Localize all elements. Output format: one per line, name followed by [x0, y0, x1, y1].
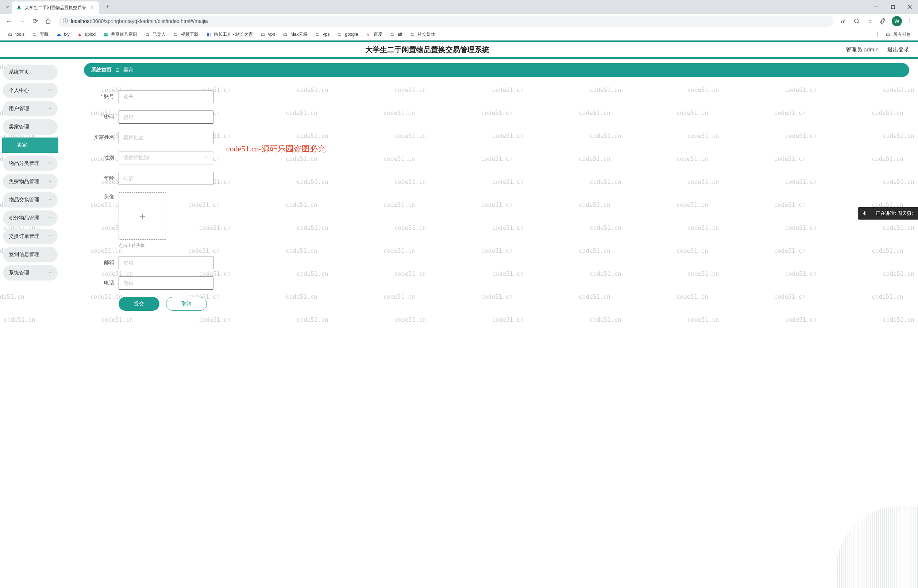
bookmark-txy[interactable]: ☁txy	[53, 30, 72, 39]
app-header: 大学生二手闲置物品置换交易管理系统 管理员 admin 退出登录	[0, 40, 918, 59]
main-content: 系统首页 ☰ 卖家 code51.cn-源码乐园盗图必究 *账号 *密码 卖家姓…	[58, 59, 918, 587]
sidebar-subitem-seller[interactable]: 卖家	[2, 137, 58, 153]
tab-bar: 大学生二手闲置物品置换交易管 × +	[0, 0, 918, 14]
mic-icon	[861, 210, 868, 216]
forward-button[interactable]: →	[16, 15, 28, 27]
submit-button[interactable]: 提交	[119, 297, 160, 311]
chevron-down-icon: ﹀	[48, 270, 53, 276]
voice-indicator[interactable]: 正在讲话: 周天勇;	[858, 207, 918, 220]
chevron-down-icon: ﹀	[48, 106, 53, 112]
sidebar-item-personal[interactable]: 个人中心﹀	[3, 83, 58, 98]
bookmark-uplod[interactable]: ▲uplod	[74, 30, 99, 39]
bookmark-baozang[interactable]: 🗀宝藏	[29, 30, 52, 39]
chevron-down-icon: ﹀	[48, 233, 53, 240]
user-area: 管理员 admin 退出登录	[846, 46, 909, 53]
sidebar-item-system[interactable]: 系统管理﹀	[3, 265, 58, 281]
svg-rect-1	[891, 5, 895, 9]
bookmark-imported[interactable]: 🗀已导入	[142, 30, 168, 39]
bookmark-star-icon[interactable]: ☆	[864, 15, 876, 27]
tab-close-icon[interactable]: ×	[89, 5, 95, 11]
label-avatar: 头像	[84, 192, 119, 200]
input-seller-name[interactable]	[119, 131, 213, 144]
app-root: code51.cncode51.cncode51.cncode51.cncode…	[0, 40, 918, 587]
sidebar-item-users[interactable]: 用户管理﹀	[3, 101, 58, 116]
reload-button[interactable]: ⟳	[29, 15, 41, 27]
chevron-down-icon: ﹀	[204, 155, 209, 161]
bookmark-google[interactable]: 🗀google	[334, 30, 361, 39]
bookmark-maxyunti[interactable]: 🗀Max云梯	[280, 30, 310, 39]
breadcrumb: 系统首页 ☰ 卖家	[84, 63, 909, 77]
bookmark-tools[interactable]: 🗀tools	[4, 30, 27, 39]
bookmark-shared-pwd[interactable]: ▦共享账号密码	[100, 30, 140, 39]
site-info-icon[interactable]: ⓘ	[63, 18, 68, 24]
label-age: 年龄	[84, 175, 119, 182]
all-bookmarks-button[interactable]: 🗀所有书签	[882, 30, 914, 39]
input-password[interactable]	[119, 110, 213, 124]
input-phone[interactable]	[119, 276, 213, 290]
bookmark-aff[interactable]: 🗀aff	[387, 30, 406, 39]
svg-line-6	[858, 22, 859, 24]
sidebar-item-checkin[interactable]: 签到信息管理	[3, 247, 58, 262]
label-password: *密码	[84, 114, 119, 120]
label-phone: 电话	[84, 280, 119, 286]
breadcrumb-home[interactable]: 系统首页	[91, 67, 112, 73]
svg-point-4	[841, 21, 844, 23]
browser-tab[interactable]: 大学生二手闲置物品置换交易管 ×	[12, 2, 99, 14]
chevron-down-icon: ﹀	[48, 215, 53, 221]
sidebar-item-home[interactable]: 系统首页	[3, 65, 58, 80]
sidebar-item-free-items[interactable]: 免费物品管理﹀	[3, 174, 58, 189]
bookmark-vps[interactable]: 🗀vps	[312, 30, 333, 39]
new-tab-button[interactable]: +	[102, 2, 112, 12]
input-email[interactable]	[119, 256, 213, 269]
sidebar-item-points[interactable]: 积分物品管理﹀	[3, 210, 58, 226]
bookmark-baidu[interactable]: 𓃟百度	[363, 30, 385, 39]
chevron-down-icon: ﹀	[48, 87, 53, 94]
input-age[interactable]	[119, 172, 213, 185]
plus-icon: ＋	[137, 209, 147, 223]
bookmark-social[interactable]: 🗀社交媒体	[407, 30, 438, 39]
input-account[interactable]	[119, 90, 213, 103]
avatar-upload[interactable]: ＋	[119, 192, 166, 240]
bookmark-video-dl[interactable]: 🗀视频下载	[170, 30, 201, 39]
vue-favicon	[16, 5, 22, 11]
avatar-hint: 点击上传头像	[119, 242, 166, 249]
url-bar[interactable]: ⓘ localhost:8080/springbootayqkl/admin/d…	[58, 16, 833, 27]
bookmark-zhanzhang[interactable]: ◧站长工具 - 站长之家	[203, 30, 256, 39]
chevron-down-icon: ﹀	[48, 197, 53, 203]
select-gender[interactable]: 请选择性别 ﹀	[119, 151, 213, 165]
label-seller-name: 卖家姓名	[84, 134, 119, 141]
svg-point-5	[855, 19, 858, 23]
breadcrumb-page: 卖家	[123, 67, 134, 73]
home-button[interactable]	[42, 15, 54, 27]
app-title: 大学生二手闲置物品置换交易管理系统	[9, 45, 846, 55]
minimize-button[interactable]	[868, 0, 884, 14]
tab-title: 大学生二手闲置物品置换交易管	[25, 5, 86, 11]
sidebar-item-orders[interactable]: 交换订单管理﹀	[3, 229, 58, 244]
voice-status: 正在讲话: 周天勇;	[876, 210, 913, 216]
tab-search-button[interactable]	[3, 3, 12, 11]
app-body: 系统首页 个人中心﹀ 用户管理﹀ 卖家管理 卖家 物品分类管理﹀ 免费物品管理﹀…	[0, 59, 918, 587]
zoom-icon[interactable]	[851, 15, 863, 27]
window-controls	[868, 0, 918, 14]
chevron-down-icon: ﹀	[48, 179, 53, 185]
password-key-icon[interactable]	[838, 15, 849, 27]
bookmark-vpn[interactable]: 🗀vpn	[257, 30, 278, 39]
extensions-icon[interactable]	[877, 15, 889, 27]
close-button[interactable]	[901, 0, 918, 14]
cancel-button[interactable]: 取消	[166, 297, 207, 311]
maximize-button[interactable]	[884, 0, 901, 14]
sidebar-item-category[interactable]: 物品分类管理﹀	[3, 156, 58, 171]
profile-avatar[interactable]: W	[892, 16, 902, 26]
url-text: localhost:8080/springbootayqkl/admin/dis…	[71, 18, 208, 24]
seller-form: *账号 *密码 卖家姓名 性别 请选择性别 ﹀	[84, 90, 317, 311]
menu-icon[interactable]: ⋮	[903, 15, 915, 27]
logout-link[interactable]: 退出登录	[887, 46, 909, 53]
sidebar-item-sellers[interactable]: 卖家管理	[3, 119, 58, 135]
user-label[interactable]: 管理员 admin	[846, 46, 879, 53]
breadcrumb-separator-icon: ☰	[115, 68, 120, 73]
bookmarks-bar: 🗀tools 🗀宝藏 ☁txy ▲uplod ▦共享账号密码 🗀已导入 🗀视频下…	[0, 29, 918, 40]
back-button[interactable]: ←	[3, 15, 15, 27]
sidebar-item-exchange[interactable]: 物品交换管理﹀	[3, 192, 58, 208]
bookmarks-overflow[interactable]: |	[873, 31, 881, 37]
label-gender: 性别	[84, 155, 119, 161]
